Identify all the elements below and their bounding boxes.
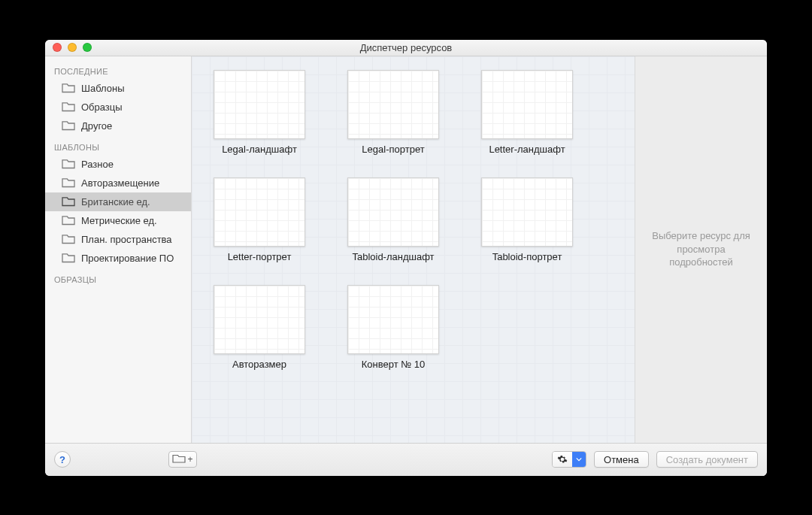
template-item[interactable]: Legal-портрет (333, 70, 453, 155)
folder-icon (62, 253, 75, 263)
template-thumbnail (214, 177, 305, 247)
sidebar-item-label: Разное (81, 157, 114, 171)
template-item[interactable]: Letter-портрет (199, 177, 320, 262)
sidebar-item-label: Метрические ед. (81, 214, 157, 228)
template-thumbnail (347, 177, 439, 247)
template-label: Legal-ландшафт (222, 144, 297, 155)
window-title: Диспетчер ресурсов (45, 42, 767, 53)
template-grid: Legal-ландшафтLegal-портретLetter-ландша… (199, 70, 627, 370)
template-item[interactable]: Letter-ландшафт (467, 70, 587, 155)
sidebar-item-label: План. пространства (81, 232, 172, 247)
template-item[interactable]: Конверт № 10 (333, 285, 453, 370)
sidebar-item-label: Проектирование ПО (81, 251, 174, 265)
folder-icon (62, 83, 75, 93)
sidebar-section-header: ШАБЛОНЫ (45, 135, 191, 155)
folder-icon (172, 454, 186, 465)
template-thumbnail (347, 70, 439, 139)
template-label: Letter-портрет (228, 251, 292, 262)
details-placeholder: Выберите ресурс для просмотра подробност… (647, 229, 755, 269)
traffic-lights (53, 43, 92, 52)
cancel-button-label: Отмена (604, 454, 639, 465)
template-item[interactable]: Tabloid-ландшафт (333, 177, 453, 262)
template-thumbnail (214, 285, 305, 354)
gear-icon (553, 452, 572, 467)
actions-menu[interactable] (552, 451, 586, 468)
folder-icon (62, 159, 75, 169)
template-item[interactable]: Tabloid-портрет (467, 177, 587, 262)
template-item[interactable]: Legal-ландшафт (199, 70, 320, 155)
sidebar-section-header: ОБРАЗЦЫ (45, 268, 191, 287)
sidebar-section-header: ПОСЛЕДНИЕ (45, 59, 191, 79)
sidebar-item-label: Британские ед. (81, 195, 150, 209)
sidebar-item[interactable]: План. пространства (45, 230, 191, 249)
template-item[interactable]: Авторазмер (199, 285, 320, 370)
template-label: Tabloid-портрет (492, 251, 562, 262)
new-folder-button[interactable]: + (168, 451, 197, 468)
sidebar-item-label: Образцы (81, 100, 123, 114)
template-label: Конверт № 10 (362, 359, 426, 370)
create-document-button[interactable]: Создать документ (656, 451, 758, 468)
details-pane: Выберите ресурс для просмотра подробност… (635, 56, 767, 443)
titlebar[interactable]: Диспетчер ресурсов (45, 40, 767, 56)
create-document-button-label: Создать документ (666, 454, 748, 465)
cancel-button[interactable]: Отмена (594, 451, 649, 468)
sidebar-item[interactable]: Другое (45, 117, 191, 135)
plus-icon: + (187, 454, 192, 465)
template-thumbnail (481, 177, 573, 247)
folder-icon (62, 101, 75, 112)
zoom-window-button[interactable] (83, 43, 92, 52)
window-body: ПОСЛЕДНИЕШаблоныОбразцыДругоеШАБЛОНЫРазн… (45, 56, 767, 443)
folder-icon (62, 215, 75, 226)
help-icon: ? (59, 454, 65, 465)
sidebar[interactable]: ПОСЛЕДНИЕШаблоныОбразцыДругоеШАБЛОНЫРазн… (45, 56, 192, 443)
template-grid-scroll[interactable]: Legal-ландшафтLegal-портретLetter-ландша… (192, 56, 635, 443)
sidebar-item[interactable]: Шаблоны (45, 79, 191, 98)
sidebar-item-label: Авторазмещение (81, 176, 159, 190)
resource-manager-window: Диспетчер ресурсов ПОСЛЕДНИЕШаблоныОбраз… (45, 40, 767, 476)
sidebar-item[interactable]: Метрические ед. (45, 211, 191, 230)
template-thumbnail (214, 70, 305, 139)
sidebar-item[interactable]: Образцы (45, 98, 191, 117)
sidebar-item[interactable]: Британские ед. (45, 192, 191, 211)
template-label: Legal-портрет (362, 144, 424, 155)
sidebar-item[interactable]: Проектирование ПО (45, 249, 191, 268)
template-thumbnail (347, 285, 439, 354)
folder-icon (62, 120, 75, 131)
folder-icon (62, 234, 75, 244)
folder-icon (62, 177, 75, 188)
template-label: Авторазмер (232, 359, 286, 370)
template-thumbnail (481, 70, 573, 139)
chevron-down-icon (572, 452, 586, 467)
center-area: Legal-ландшафтLegal-портретLetter-ландша… (192, 56, 767, 443)
sidebar-item[interactable]: Разное (45, 155, 191, 174)
folder-icon (62, 196, 75, 207)
sidebar-item-label: Другое (81, 119, 112, 133)
template-label: Letter-ландшафт (489, 144, 565, 155)
close-window-button[interactable] (53, 43, 62, 52)
help-button[interactable]: ? (54, 451, 71, 468)
footer: ? + Отмена Создать документ (45, 443, 767, 476)
sidebar-item[interactable]: Авторазмещение (45, 174, 191, 192)
template-label: Tabloid-ландшафт (352, 251, 434, 262)
minimize-window-button[interactable] (68, 43, 77, 52)
sidebar-item-label: Шаблоны (81, 81, 125, 95)
